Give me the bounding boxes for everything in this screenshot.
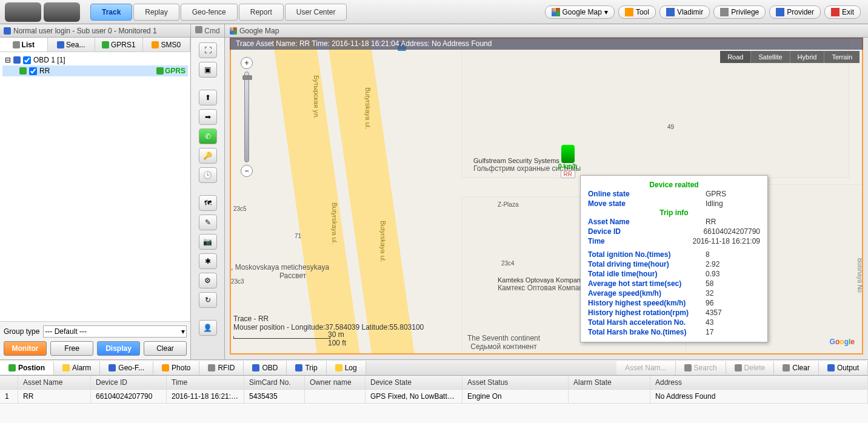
map-area[interactable]: Бутырская ул. Butyrskaya ul. Butyrskaya … [230,38,863,355]
ignition-label: Total ignition No.(times) [588,250,706,259]
cmd-upload-icon[interactable]: ⬆ [199,90,217,105]
cell-astatus: Engine On [462,390,569,403]
display-button[interactable]: Display [97,341,140,356]
bottom-tab-log[interactable]: Log [327,361,366,375]
col-asset-status[interactable]: Asset Status [462,376,569,389]
clear-button[interactable]: Clear [144,341,187,356]
cmd-refresh-icon[interactable]: ↻ [199,292,217,308]
cmd-fullscreen-icon[interactable]: ⛶ [199,42,217,58]
map-type-terrain[interactable]: Terrain [824,51,860,63]
hot-start-label: Average hot start time(sec) [588,279,706,288]
list-icon [13,41,20,48]
zoom-slider-track[interactable] [244,72,249,162]
tab-geofence[interactable]: Geo-fence [181,4,238,21]
exit-button[interactable]: Exit [824,5,861,19]
cmd-camera-icon[interactable]: 📷 [199,234,217,250]
online-state-value: GPRS [706,190,760,198]
vehicle-marker[interactable]: 0 km/h RR [558,145,578,178]
tree-asset-row[interactable]: RR GPRS [2,65,188,76]
tab-track[interactable]: Track [90,4,132,21]
poi-23c4: 23c4 [501,260,515,267]
group-type-select[interactable]: --- Default --- ▾ [43,325,187,338]
cell-devstate: GPS Fixed, No LowBattery, [366,390,462,403]
cmd-map-icon[interactable]: 🗺 [199,195,217,211]
col-asset-name[interactable]: Asset Name [18,376,91,389]
search-button[interactable]: Search [676,361,726,375]
bottom-clear-button[interactable]: Clear [774,361,819,375]
col-owner[interactable]: Owner name [305,376,366,389]
position-icon [8,364,16,371]
cmd-settings-icon[interactable]: ⚙ [199,273,217,288]
vehicle-speed: 0 km/h [558,163,578,170]
cmd-user-icon[interactable]: 👤 [199,320,217,336]
gprs-icon [102,41,109,48]
cmd-edit-icon[interactable]: ✎ [199,215,217,230]
tab-replay[interactable]: Replay [133,4,179,21]
cell-devid: 66104024207790 [91,390,167,403]
provider-label: Provider [787,8,814,16]
cell-alarm [569,390,650,403]
map-type-hybrid[interactable]: Hybrid [790,51,825,63]
left-tab-sms[interactable]: SMS0 [143,38,191,52]
user-button[interactable]: Vladimir [659,5,710,19]
col-simcard[interactable]: SimCard No. [244,376,305,389]
output-button[interactable]: Output [819,361,868,375]
col-address[interactable]: Address [650,376,868,389]
bottom-tab-photo[interactable]: Photo [153,361,199,375]
top-menu-bar: Track Replay Geo-fence Report User Cente… [0,0,868,24]
tree-collapse-icon[interactable]: ⊟ [5,56,11,64]
alarm-tab-label: Alarm [72,364,91,372]
zoom-in-button[interactable]: + [241,57,253,69]
poi-mosk: , Moskovskaya metichesykayaРассвет [231,263,329,280]
move-state-label: Move state [588,199,706,208]
tab-report[interactable]: Report [239,4,284,21]
cmd-phone-icon[interactable]: ✆ [199,128,217,144]
cmd-icons: ⛶ ▣ ⬆ ➡ ✆ 🔑 🕒 🗺 ✎ 📷 ✱ ⚙ ↻ 👤 [191,38,224,359]
tool-button[interactable]: Tool [618,5,656,19]
zoom-slider-thumb[interactable] [242,75,252,80]
monitor-button[interactable]: Monitor [4,341,47,356]
map-type-satellite[interactable]: Satellite [751,51,790,63]
asset-checkbox[interactable] [29,67,37,75]
cmd-clock-icon[interactable]: 🕒 [199,167,217,183]
table-row[interactable]: 1 RR 66104024207790 2016-11-18 16:21:04 … [0,390,868,404]
poi-seventh: The Seventh continentСедьмой континент [467,334,540,351]
map-type-road[interactable]: Road [720,51,751,63]
map-canvas[interactable]: Бутырская ул. Butyrskaya ul. Butyrskaya … [231,39,862,353]
bottom-tab-trip[interactable]: Trip [287,361,326,375]
tab-user-center[interactable]: User Center [285,4,347,21]
col-device-id[interactable]: Device ID [91,376,167,389]
main-tabs: Track Replay Geo-fence Report User Cente… [90,4,347,21]
privilege-button[interactable]: Privilege [713,5,766,19]
online-state-label: Online state [588,190,706,198]
gprs-tab-label: GPRS1 [111,41,136,49]
col-time[interactable]: Time [167,376,244,389]
clear-label: Clear [792,364,810,372]
bottom-tab-geofence[interactable]: Geo-F... [100,361,153,375]
left-tab-list[interactable]: List [0,38,48,52]
asset-name-input-partial[interactable]: Asset Nam... [616,361,676,375]
bottom-tab-rfid[interactable]: RFID [199,361,244,375]
zoom-out-button[interactable]: − [241,165,253,177]
google-map-dropdown[interactable]: Google Map▾ [545,5,615,19]
map-scale-bar [233,336,330,339]
bottom-tab-obd[interactable]: OBD [244,361,287,375]
device-id-label: Device ID [588,227,704,236]
cmd-key-icon[interactable]: 🔑 [199,148,217,164]
bottom-tab-alarm[interactable]: Alarm [54,361,100,375]
free-button[interactable]: Free [50,341,93,356]
col-device-state[interactable]: Device State [366,376,462,389]
cmd-network-icon[interactable]: ✱ [199,253,217,269]
delete-button[interactable]: Delete [726,361,775,375]
bottom-tab-position[interactable]: Postion [0,361,54,375]
user-label: Vladimir [677,8,703,16]
col-idx[interactable] [0,376,18,389]
cmd-forward-icon[interactable]: ➡ [199,109,217,125]
cmd-layers-icon[interactable]: ▣ [199,62,217,78]
provider-button[interactable]: Provider [769,5,821,19]
left-tab-gprs[interactable]: GPRS1 [95,38,143,52]
col-alarm-state[interactable]: Alarm State [569,376,650,389]
tree-group-row[interactable]: ⊟ OBD 1 [1] [2,55,188,65]
group-checkbox[interactable] [23,56,31,64]
left-tab-search[interactable]: Sea... [48,38,96,52]
